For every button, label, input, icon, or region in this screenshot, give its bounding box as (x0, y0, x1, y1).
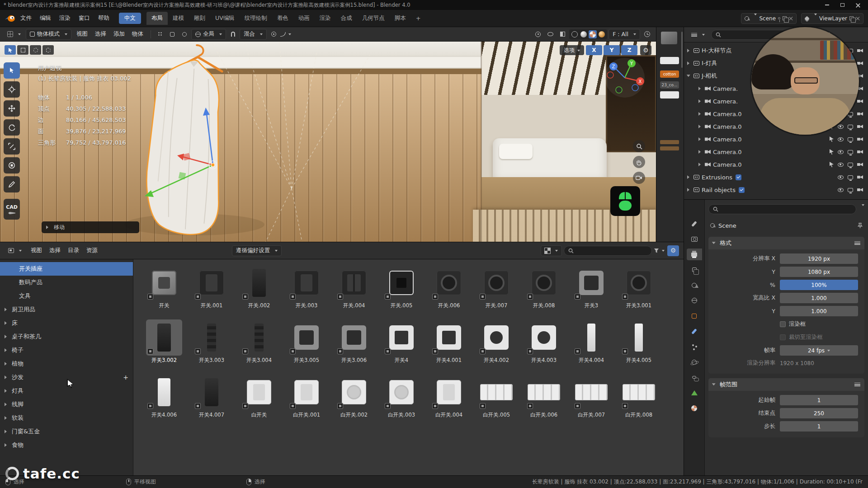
asset-search-field[interactable] (564, 246, 652, 256)
select-tool-button[interactable] (4, 62, 20, 79)
asset-item[interactable]: 开关3.005 (284, 319, 329, 374)
frame-range-header[interactable]: 帧范围 (708, 378, 864, 391)
workspace-tab[interactable]: 纹理绘制 (240, 12, 272, 25)
expand-icon[interactable] (5, 403, 9, 406)
select-circle-icon[interactable] (179, 29, 190, 39)
axis-button[interactable]: Z (621, 45, 637, 55)
outliner-row[interactable]: Rail objects (684, 183, 868, 196)
expand-icon[interactable] (5, 362, 9, 366)
asset-item[interactable]: 开关.001 (189, 265, 234, 319)
asset-item[interactable]: 开关3.004 (236, 319, 282, 374)
workspace-tab[interactable]: UV编辑 (210, 12, 240, 25)
asset-menu-item[interactable]: 视图 (27, 245, 46, 256)
catalog-item[interactable]: 植物 + (0, 357, 133, 371)
tweak-tool-button[interactable] (5, 45, 16, 55)
viewport-visibility-icon[interactable] (848, 175, 853, 179)
checkbox[interactable] (780, 334, 786, 340)
asset-item[interactable]: 开关3.001 (616, 265, 661, 319)
editor-type-dropdown[interactable] (4, 29, 24, 40)
render-visibility-icon[interactable] (857, 162, 863, 167)
render-visibility-icon[interactable] (857, 150, 863, 154)
filter-dropdown[interactable] (654, 246, 665, 256)
expand-icon[interactable] (5, 443, 9, 447)
cursor-tool-button[interactable] (4, 81, 20, 98)
asset-item[interactable]: 开关4.001 (426, 319, 472, 374)
properties-tab[interactable] (687, 402, 702, 414)
properties-tab[interactable] (687, 310, 702, 322)
expand-icon[interactable] (687, 175, 691, 179)
thumbnail-size-dropdown[interactable] (541, 245, 562, 256)
expand-icon[interactable] (698, 137, 703, 141)
asset-item[interactable]: 白开关.005 (474, 374, 519, 429)
expand-icon[interactable] (698, 150, 703, 154)
value-field[interactable]: 1.000 (780, 293, 858, 303)
properties-tab[interactable] (687, 341, 702, 352)
expand-icon[interactable] (698, 99, 703, 103)
select-lasso-button[interactable] (42, 45, 54, 55)
checkbox[interactable] (780, 321, 786, 327)
menu-item[interactable]: 文件 (16, 13, 36, 24)
properties-tab[interactable] (687, 233, 702, 245)
select-circle-button[interactable] (30, 45, 41, 55)
clock-icon[interactable] (642, 29, 652, 39)
catalog-item[interactable]: 开关插座 + (0, 262, 133, 276)
asset-menu-item[interactable]: 目录 (64, 245, 83, 256)
eye-icon[interactable] (838, 150, 844, 154)
expand-icon[interactable] (5, 389, 9, 393)
selectable-icon[interactable] (830, 162, 834, 167)
render-visibility-icon[interactable] (857, 61, 863, 66)
expand-icon[interactable] (5, 375, 9, 379)
asset-item[interactable]: 白开关 (236, 374, 282, 429)
editor-type-dropdown[interactable] (5, 245, 25, 256)
annotate-tool-button[interactable] (4, 176, 20, 192)
asset-item[interactable]: 开关.002 (236, 265, 282, 319)
outliner-row[interactable]: Camera.0 (684, 145, 868, 158)
catalog-item[interactable]: 门窗&五金 + (0, 425, 133, 438)
asset-item[interactable]: 白开关.007 (569, 374, 614, 429)
maximize-button[interactable] (835, 1, 849, 9)
render-visibility-icon[interactable] (857, 112, 863, 116)
catalog-item[interactable]: 软装 + (0, 411, 133, 425)
collection-checkbox[interactable] (736, 174, 741, 180)
navigation-gizmo[interactable]: X Y Z (604, 57, 646, 99)
minimize-button[interactable] (820, 1, 834, 9)
expand-icon[interactable] (698, 125, 703, 128)
overlays-toggle-icon[interactable] (545, 29, 556, 39)
format-panel-header[interactable]: 格式 (708, 237, 864, 249)
eye-icon[interactable] (838, 137, 844, 141)
asset-menu-item[interactable]: 资源 (83, 245, 101, 256)
asset-menu-item[interactable]: 选择 (46, 245, 64, 256)
asset-item[interactable]: 开关3.006 (331, 319, 377, 374)
add-workspace-button[interactable]: + (412, 15, 425, 22)
catalog-item[interactable]: 线脚 + (0, 398, 133, 411)
expand-icon[interactable] (5, 430, 9, 433)
import-method-dropdown[interactable]: 遵循偏好设置 (232, 245, 282, 256)
select-box-icon[interactable] (167, 29, 178, 39)
menu-item[interactable]: 渲染 (55, 13, 75, 24)
expand-icon[interactable] (5, 348, 9, 352)
viewlayer-selector[interactable]: ViewLayer (801, 13, 863, 24)
workspace-tab[interactable]: 脚本 (390, 12, 411, 25)
axis-button[interactable]: X (586, 45, 602, 55)
catalog-item[interactable]: 床 + (0, 316, 133, 330)
xray-toggle-icon[interactable] (557, 29, 568, 39)
asset-item[interactable]: 白开关.001 (284, 374, 329, 429)
properties-tab[interactable] (687, 295, 702, 306)
asset-item[interactable]: 开关.006 (426, 265, 472, 319)
shading-mode-switch[interactable] (569, 29, 607, 39)
selectable-icon[interactable] (830, 149, 834, 155)
texture-tag[interactable]: 23_co... (660, 81, 679, 89)
operator-panel[interactable]: 移动 (42, 221, 139, 233)
material-tag[interactable]: cotton (660, 70, 679, 78)
asset-item[interactable]: 开关3.002 (142, 319, 187, 374)
viewport-canvas[interactable]: 选项 XYZ 用户透视 (1) 长辈房软装 | 服饰 挂衣 03.002 (0, 42, 656, 242)
panel-menu-icon[interactable] (854, 383, 860, 386)
asset-item[interactable]: 开关3.003 (189, 319, 234, 374)
value-field[interactable]: 1080 px (780, 267, 858, 277)
properties-tab[interactable] (687, 279, 702, 291)
value-field[interactable]: 100% (780, 280, 858, 290)
transform-orientation-dropdown[interactable]: 全局 (191, 29, 226, 40)
expand-icon[interactable] (46, 225, 50, 229)
viewport-menu-item[interactable]: 添加 (110, 29, 128, 40)
panel-menu-icon[interactable] (854, 241, 860, 245)
